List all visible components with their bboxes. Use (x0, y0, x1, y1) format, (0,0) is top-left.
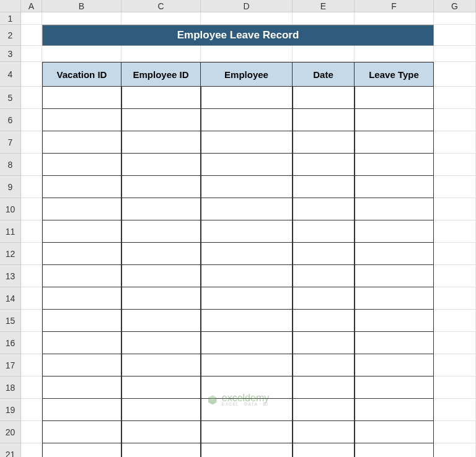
cell-A6[interactable] (21, 109, 42, 131)
cell-C18[interactable] (121, 376, 201, 399)
cell-F1[interactable] (355, 12, 434, 25)
cell-E9[interactable] (293, 176, 355, 198)
cell-E17[interactable] (293, 354, 355, 376)
row-header-13[interactable]: 13 (0, 265, 21, 287)
row-header-17[interactable]: 17 (0, 354, 21, 376)
row-header-12[interactable]: 12 (0, 243, 21, 265)
cell-E18[interactable] (293, 376, 355, 399)
cell-B13[interactable] (42, 265, 121, 287)
cell-C16[interactable] (121, 332, 201, 354)
col-header-G[interactable]: G (434, 0, 476, 12)
cell-F8[interactable] (355, 154, 434, 176)
cell-C8[interactable] (121, 154, 201, 176)
cell-D6[interactable] (201, 109, 293, 131)
row-header-18[interactable]: 18 (0, 376, 21, 399)
cell-A14[interactable] (21, 287, 42, 310)
cell-G17[interactable] (434, 354, 476, 376)
row-header-3[interactable]: 3 (0, 46, 21, 62)
cell-E12[interactable] (293, 243, 355, 265)
cell-D14[interactable] (201, 287, 293, 310)
cell-A13[interactable] (21, 265, 42, 287)
row-header-1[interactable]: 1 (0, 12, 21, 25)
cell-A5[interactable] (21, 87, 42, 109)
cell-G4[interactable] (434, 62, 476, 87)
cell-D13[interactable] (201, 265, 293, 287)
col-header-F[interactable]: F (355, 0, 434, 12)
cell-D10[interactable] (201, 198, 293, 220)
cell-C1[interactable] (121, 12, 201, 25)
select-all-corner[interactable] (0, 0, 21, 12)
cell-B21[interactable] (42, 443, 121, 457)
cell-E13[interactable] (293, 265, 355, 287)
cell-A16[interactable] (21, 332, 42, 354)
row-header-10[interactable]: 10 (0, 198, 21, 220)
cell-C13[interactable] (121, 265, 201, 287)
cell-F10[interactable] (355, 198, 434, 220)
row-header-11[interactable]: 11 (0, 220, 21, 243)
th-date[interactable]: Date (293, 62, 355, 87)
cell-B5[interactable] (42, 87, 121, 109)
cell-B15[interactable] (42, 310, 121, 332)
cell-E5[interactable] (293, 87, 355, 109)
cell-D18[interactable] (201, 376, 293, 399)
cell-A15[interactable] (21, 310, 42, 332)
cell-F12[interactable] (355, 243, 434, 265)
row-header-7[interactable]: 7 (0, 131, 21, 154)
cell-G21[interactable] (434, 443, 476, 457)
row-header-4[interactable]: 4 (0, 62, 21, 87)
row-header-8[interactable]: 8 (0, 154, 21, 176)
cell-C12[interactable] (121, 243, 201, 265)
cell-G13[interactable] (434, 265, 476, 287)
cell-C5[interactable] (121, 87, 201, 109)
cell-D21[interactable] (201, 443, 293, 457)
cell-C15[interactable] (121, 310, 201, 332)
cell-D8[interactable] (201, 154, 293, 176)
cell-G10[interactable] (434, 198, 476, 220)
cell-F14[interactable] (355, 287, 434, 310)
cell-F18[interactable] (355, 376, 434, 399)
cell-E15[interactable] (293, 310, 355, 332)
cell-G6[interactable] (434, 109, 476, 131)
col-header-B[interactable]: B (42, 0, 121, 12)
cell-C11[interactable] (121, 220, 201, 243)
cell-F6[interactable] (355, 109, 434, 131)
cell-G14[interactable] (434, 287, 476, 310)
cell-G1[interactable] (434, 12, 476, 25)
th-leave-type[interactable]: Leave Type (355, 62, 434, 87)
row-header-6[interactable]: 6 (0, 109, 21, 131)
cell-F7[interactable] (355, 131, 434, 154)
cell-A10[interactable] (21, 198, 42, 220)
cell-G3[interactable] (434, 46, 476, 62)
cell-C21[interactable] (121, 443, 201, 457)
cell-B7[interactable] (42, 131, 121, 154)
cell-D17[interactable] (201, 354, 293, 376)
cell-B1[interactable] (42, 12, 121, 25)
cell-E7[interactable] (293, 131, 355, 154)
row-header-16[interactable]: 16 (0, 332, 21, 354)
row-header-9[interactable]: 9 (0, 176, 21, 198)
cell-A4[interactable] (21, 62, 42, 87)
cell-G2[interactable] (434, 25, 476, 46)
cell-F5[interactable] (355, 87, 434, 109)
cell-E10[interactable] (293, 198, 355, 220)
cell-C3[interactable] (121, 46, 201, 62)
cell-C7[interactable] (121, 131, 201, 154)
col-header-D[interactable]: D (201, 0, 293, 12)
cell-B6[interactable] (42, 109, 121, 131)
cell-D3[interactable] (201, 46, 293, 62)
cell-D9[interactable] (201, 176, 293, 198)
cell-A3[interactable] (21, 46, 42, 62)
row-header-5[interactable]: 5 (0, 87, 21, 109)
cell-E6[interactable] (293, 109, 355, 131)
cell-C9[interactable] (121, 176, 201, 198)
cell-G20[interactable] (434, 421, 476, 443)
cell-B19[interactable] (42, 399, 121, 421)
cell-D1[interactable] (201, 12, 293, 25)
cell-B17[interactable] (42, 354, 121, 376)
col-header-C[interactable]: C (121, 0, 201, 12)
cell-D16[interactable] (201, 332, 293, 354)
th-employee-id[interactable]: Employee ID (121, 62, 201, 87)
cell-C19[interactable] (121, 399, 201, 421)
row-header-21[interactable]: 21 (0, 443, 21, 457)
cell-G15[interactable] (434, 310, 476, 332)
